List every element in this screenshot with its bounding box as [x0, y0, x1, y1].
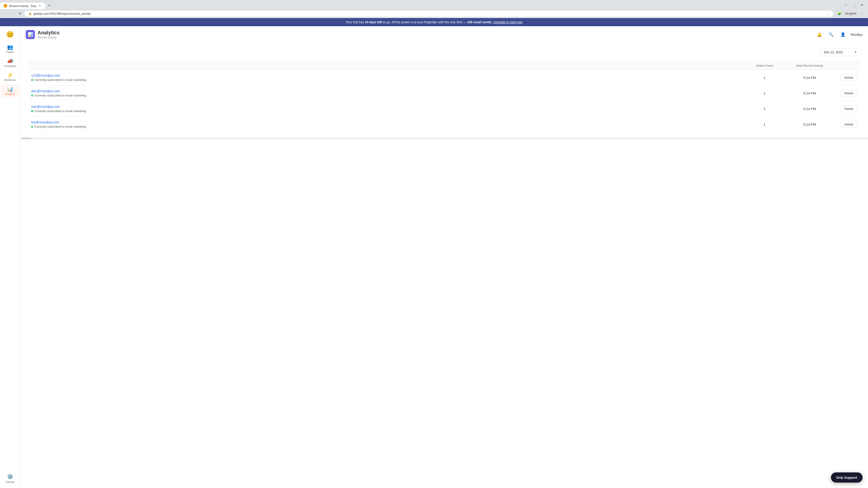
person-status: Currently subscribed to email marketing — [31, 125, 744, 128]
new-tab-button[interactable]: + — [46, 2, 53, 8]
page-icon-glyph: 📊 — [28, 32, 33, 37]
extensions-button[interactable]: 🧩 — [836, 10, 842, 17]
action-count: 1 — [744, 123, 785, 126]
bookmark-icon[interactable]: ☆ — [827, 12, 830, 15]
person-info: abc@moodjoy.com Currently subscribed to … — [31, 89, 744, 97]
person-status: Currently subscribed to email marketing — [31, 109, 744, 113]
sidebar: 😊 👥 People 📣 Campaigns ⚡ Workflows 📊 Ana… — [0, 26, 20, 488]
drip-support-label: Drip Support — [836, 476, 857, 480]
status-label: Currently subscribed to email marketing — [34, 109, 86, 113]
details-button[interactable]: Details — [840, 74, 857, 81]
page-subtitle: Recent activity — [37, 36, 60, 39]
search-button[interactable]: 🔍 — [827, 31, 835, 39]
trial-days-highlight: 14 days left — [365, 20, 382, 24]
column-header-person — [31, 64, 744, 67]
recent-time: 5:14 PM — [785, 107, 835, 111]
sidebar-item-campaigns[interactable]: 📣 Campaigns — [1, 57, 19, 70]
top-bar-actions: 🔔 🔍 👤 Moodjoy — [815, 31, 863, 39]
sidebar-item-workflows-label: Workflows — [4, 78, 16, 81]
sidebar-item-workflows[interactable]: ⚡ Workflows — [1, 70, 19, 84]
top-bar: 📊 Analytics Recent activity 🔔 🔍 👤 Moodjo… — [20, 26, 868, 43]
date-picker-row: Dec 12, 2023 ▼ — [28, 48, 861, 56]
active-tab[interactable]: 🔥 Recent Activity · Drip ✕ — [0, 3, 45, 9]
back-button[interactable]: ← — [3, 10, 9, 17]
notifications-button[interactable]: 🔔 — [815, 31, 824, 39]
logo-icon: 😊 — [6, 31, 14, 38]
date-picker[interactable]: Dec 12, 2023 ▼ — [820, 48, 861, 56]
sidebar-item-campaigns-label: Campaigns — [4, 65, 17, 67]
upgrade-link[interactable]: Upgrade to paid now — [493, 20, 522, 24]
person-email[interactable]: 123@moodjoy.com — [31, 73, 744, 77]
browser-chrome: 🔥 Recent Activity · Drip ✕ + ─ ⬜ ✕ ← → ↻… — [0, 0, 868, 18]
people-icon: 👥 — [7, 45, 13, 50]
tab-close-button[interactable]: ✕ — [38, 4, 41, 8]
person-info: zee@moodjoy.com Currently subscribed to … — [31, 105, 744, 113]
sidebar-item-people-label: People — [6, 51, 14, 53]
activity-table: 123@moodjoy.com Currently subscribed to … — [28, 70, 861, 132]
person-status: Currently subscribed to email marketing — [31, 94, 744, 97]
settings-icon: ⚙️ — [7, 474, 13, 480]
status-label: Currently subscribed to email marketing — [34, 94, 86, 97]
lock-icon: 🔒 — [28, 12, 32, 15]
profile-button[interactable]: Incognito — [843, 11, 858, 15]
reload-button[interactable]: ↻ — [17, 10, 24, 17]
minimize-button[interactable]: ─ — [843, 2, 849, 8]
menu-button[interactable]: ⋮ — [859, 10, 865, 17]
status-label: Currently subscribed to email marketing — [34, 125, 86, 128]
address-bar[interactable]: 🔒 getdrip.com/7641396/reports/recent_act… — [24, 11, 833, 17]
scroll-indicator — [20, 138, 868, 139]
workflows-icon: ⚡ — [7, 73, 13, 78]
table-header: Action Count Most Recent Activity — [28, 61, 861, 70]
column-header-actions — [835, 64, 857, 67]
forward-button[interactable]: → — [10, 10, 16, 17]
details-button[interactable]: Details — [840, 105, 857, 112]
drip-support-button[interactable]: Drip Support — [831, 473, 863, 483]
trial-banner: Your trial has 14 days left to go. All t… — [0, 18, 868, 26]
status-dot — [31, 126, 33, 128]
page-title: Analytics — [37, 30, 60, 36]
status-dot — [31, 110, 33, 112]
recent-time: 5:14 PM — [785, 76, 835, 79]
sidebar-logo[interactable]: 😊 — [5, 29, 16, 40]
sidebar-item-settings-label: Settings — [6, 481, 15, 483]
analytics-icon: 📊 — [7, 87, 13, 92]
sidebar-item-settings[interactable]: ⚙️ Settings — [1, 471, 19, 486]
status-dot — [31, 79, 33, 81]
close-window-button[interactable]: ✕ — [859, 2, 865, 8]
profile-label: Incognito — [845, 12, 856, 15]
details-button[interactable]: Details — [840, 90, 857, 96]
page-title-section: Analytics Recent activity — [37, 30, 60, 39]
main-content: 📊 Analytics Recent activity 🔔 🔍 👤 Moodjo… — [20, 26, 868, 488]
action-count: 1 — [744, 107, 785, 111]
date-picker-value: Dec 12, 2023 — [824, 51, 843, 54]
status-label: Currently subscribed to email marketing — [34, 78, 86, 82]
table-row: 123@moodjoy.com Currently subscribed to … — [28, 70, 861, 86]
user-name: Moodjoy — [850, 33, 863, 36]
recent-time: 5:14 PM — [785, 123, 835, 126]
campaigns-icon: 📣 — [7, 59, 13, 64]
sidebar-item-analytics[interactable]: 📊 Analytics — [1, 85, 19, 98]
table-row: abc@moodjoy.com Currently subscribed to … — [28, 86, 861, 101]
person-email[interactable]: abc@moodjoy.com — [31, 89, 744, 93]
status-dot — [31, 95, 33, 96]
action-count: 1 — [744, 91, 785, 95]
recent-time: 5:14 PM — [785, 91, 835, 95]
scroll-thumb[interactable] — [22, 138, 31, 139]
restore-button[interactable]: ⬜ — [851, 2, 857, 8]
sidebar-item-people[interactable]: 👥 People — [1, 42, 19, 56]
column-header-most-recent: Most Recent Activity — [785, 64, 835, 67]
details-button[interactable]: Details — [840, 121, 857, 128]
person-email[interactable]: lee@moodjoy.com — [31, 120, 744, 124]
person-email[interactable]: zee@moodjoy.com — [31, 105, 744, 108]
trial-limit-highlight: 100 email sends. — [467, 20, 492, 24]
person-info: lee@moodjoy.com Currently subscribed to … — [31, 120, 744, 128]
column-header-action-count: Action Count — [744, 64, 785, 67]
page-icon: 📊 — [26, 30, 35, 39]
content-area: Dec 12, 2023 ▼ Action Count Most Recent … — [20, 43, 868, 138]
table-row: zee@moodjoy.com Currently subscribed to … — [28, 101, 861, 117]
person-status: Currently subscribed to email marketing — [31, 78, 744, 82]
address-text: getdrip.com/7641396/reports/recent_activ… — [33, 12, 825, 15]
person-info: 123@moodjoy.com Currently subscribed to … — [31, 73, 744, 82]
chevron-down-icon: ▼ — [854, 51, 857, 54]
table-row: lee@moodjoy.com Currently subscribed to … — [28, 117, 861, 132]
